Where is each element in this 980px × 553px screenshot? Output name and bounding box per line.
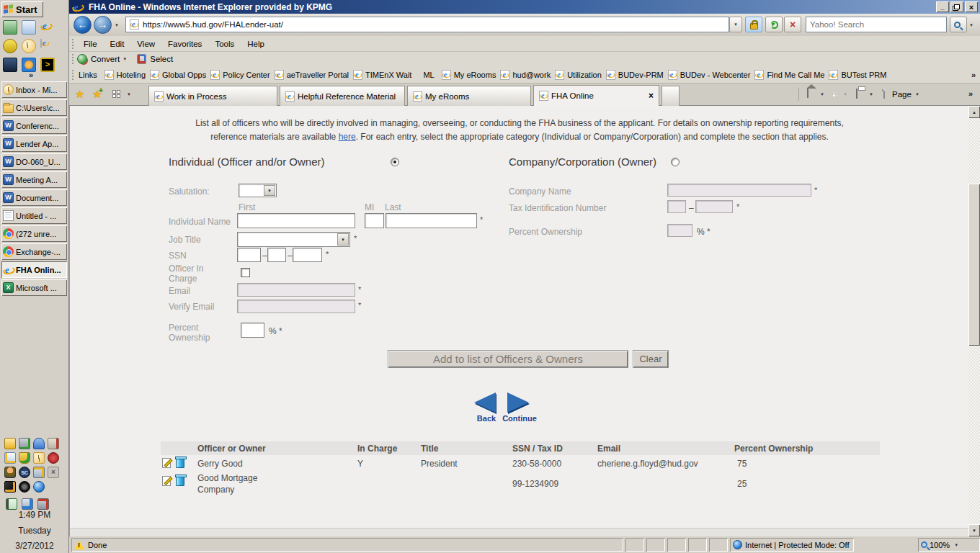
quicklaunch-overflow-chevron[interactable]: » <box>29 71 33 79</box>
terminal-icon[interactable]: > <box>40 58 55 72</box>
menu-file[interactable]: File <box>77 40 104 48</box>
mail-tray-icon[interactable] <box>4 438 16 449</box>
taskbar-button-word-1[interactable]: Conferenc... <box>1 117 67 134</box>
quick-tabs-icon[interactable] <box>112 90 120 98</box>
tax-id-input-1[interactable] <box>667 200 686 213</box>
security-tray-icon[interactable] <box>48 452 59 464</box>
menu-favorites[interactable]: Favorites <box>161 40 208 48</box>
salutation-select[interactable]: ▼ <box>239 184 277 197</box>
pin-tray-icon[interactable] <box>33 438 45 449</box>
taskbar-button-word-4[interactable]: Meeting A... <box>1 171 67 188</box>
forward-button[interactable]: → <box>94 16 112 34</box>
tab-fha-online[interactable]: FHA Online× <box>533 85 659 106</box>
link-hud-at-work[interactable]: hud@work <box>500 70 551 80</box>
convert-dropdown[interactable]: ▼ <box>122 57 127 61</box>
home-dropdown[interactable]: ▼ <box>820 92 824 96</box>
tabbar-overflow-chevron[interactable]: » <box>968 89 973 98</box>
outlook-quicklaunch-icon[interactable] <box>22 39 36 53</box>
disc-tray-icon[interactable] <box>19 481 30 493</box>
start-button[interactable]: Start <box>1 1 43 17</box>
link-budev-webcenter[interactable]: BUDev - Webcenter <box>668 70 751 80</box>
link-global-opps[interactable]: Global Opps <box>150 70 206 80</box>
tab-helpful-reference[interactable]: Helpful Reference Material <box>280 86 405 106</box>
officer-in-charge-checkbox[interactable] <box>241 268 250 277</box>
window-tray-icon[interactable] <box>4 452 16 464</box>
ssn-input-3[interactable] <box>293 248 322 262</box>
back-nav-label[interactable]: Back <box>472 414 501 423</box>
home-icon[interactable] <box>807 88 808 98</box>
link-policy-center[interactable]: Policy Center <box>210 70 270 80</box>
usb-tray-icon[interactable] <box>19 438 30 449</box>
menu-view[interactable]: View <box>130 40 161 48</box>
ssn-input-2[interactable] <box>267 248 286 262</box>
scroll-up-button[interactable]: ▲ <box>968 106 980 118</box>
status-zoom-cell[interactable]: 100% ▼ <box>918 538 980 552</box>
tab-my-erooms[interactable]: My eRooms <box>407 86 531 106</box>
individual-radio[interactable] <box>391 158 399 166</box>
link-ml[interactable]: ML <box>423 71 434 79</box>
vertical-scrollbar[interactable]: ▲ ▼ <box>968 106 980 536</box>
stop-button[interactable]: × <box>784 17 801 32</box>
edit-row-icon[interactable] <box>162 476 171 486</box>
links-overflow-chevron[interactable]: » <box>971 71 976 79</box>
minimize-button[interactable]: _ <box>936 1 949 12</box>
verify-email-input[interactable] <box>237 300 355 313</box>
print-dropdown[interactable]: ▼ <box>869 92 873 96</box>
job-title-select[interactable]: ▼ <box>237 232 350 247</box>
taskbar-button-word-2[interactable]: Lender Ap... <box>1 135 67 152</box>
media-player-icon[interactable] <box>22 58 36 72</box>
network-tray-icon[interactable] <box>33 481 45 493</box>
address-dropdown[interactable]: ▼ <box>729 17 742 32</box>
refresh-button[interactable] <box>765 17 783 32</box>
email-input[interactable] <box>237 283 355 297</box>
pc-lock-tray-icon[interactable] <box>33 467 45 478</box>
show-desktop-icon[interactable] <box>22 20 36 35</box>
taskbar-button-word-3[interactable]: DO-060_U... <box>1 153 67 170</box>
menu-tools[interactable]: Tools <box>208 40 241 48</box>
individual-percent-input[interactable] <box>241 323 264 338</box>
history-dropdown[interactable]: ▼ <box>115 23 119 27</box>
user-tray-icon[interactable] <box>4 467 16 478</box>
continue-arrow-icon[interactable] <box>507 392 529 413</box>
zoom-dropdown[interactable]: ▼ <box>954 543 958 547</box>
shield-tray-icon[interactable] <box>19 452 30 464</box>
link-utilization[interactable]: Utilization <box>555 70 602 80</box>
pc-lock-quicklaunch-icon[interactable] <box>3 20 17 35</box>
security-lock-icon[interactable] <box>745 17 762 32</box>
pc-globe-tray-icon[interactable] <box>22 498 33 510</box>
close-button[interactable]: × <box>965 1 978 12</box>
power-tray-icon[interactable] <box>6 498 17 510</box>
page-menu-button[interactable]: Page <box>892 90 912 99</box>
page-dropdown[interactable]: ▼ <box>915 92 919 96</box>
continue-nav-label[interactable]: Continue <box>499 414 540 423</box>
link-timenx[interactable]: TIMEnX Wait <box>353 70 411 80</box>
add-to-list-button[interactable]: Add to list of Officers & Owners <box>388 350 628 368</box>
taskbar-button-notepad[interactable]: Untitled - ... <box>1 207 67 224</box>
clipboard-tray-icon[interactable] <box>48 438 59 449</box>
taskbar-button-chrome-1[interactable]: (272 unre... <box>1 225 67 242</box>
delete-row-icon[interactable] <box>176 476 184 486</box>
scroll-down-button[interactable]: ▼ <box>968 524 980 536</box>
taskbar-button-inbox[interactable]: Inbox - Mi... <box>1 81 67 98</box>
link-my-erooms[interactable]: My eRooms <box>442 70 496 80</box>
scrollbar-thumb[interactable] <box>968 184 980 346</box>
tab-list-dropdown[interactable]: ▼ <box>127 92 131 96</box>
link-hoteling[interactable]: Hoteling <box>104 70 146 80</box>
mute-tray-icon[interactable] <box>37 498 49 510</box>
link-aetraveller[interactable]: aeTraveller Portal <box>275 70 349 80</box>
print-icon[interactable] <box>856 89 858 99</box>
ssn-input-1[interactable] <box>237 248 261 262</box>
back-button[interactable]: ← <box>74 16 92 34</box>
sc-tray-icon[interactable]: SC <box>19 467 30 478</box>
taskbar-button-excel[interactable]: Microsoft ... <box>1 279 67 296</box>
taskbar-button-chrome-2[interactable]: Exchange-... <box>1 243 67 260</box>
back-arrow-icon[interactable] <box>474 392 496 413</box>
menu-help[interactable]: Help <box>241 40 271 48</box>
company-radio[interactable] <box>671 158 680 166</box>
delete-row-icon[interactable] <box>176 458 184 468</box>
last-name-input[interactable] <box>386 213 477 228</box>
mi-input[interactable] <box>365 213 384 228</box>
link-budev-prm[interactable]: BUDev-PRM <box>606 70 664 80</box>
remote-desktop-icon[interactable] <box>3 58 17 72</box>
favorites-star-icon[interactable]: ★ <box>75 88 84 101</box>
